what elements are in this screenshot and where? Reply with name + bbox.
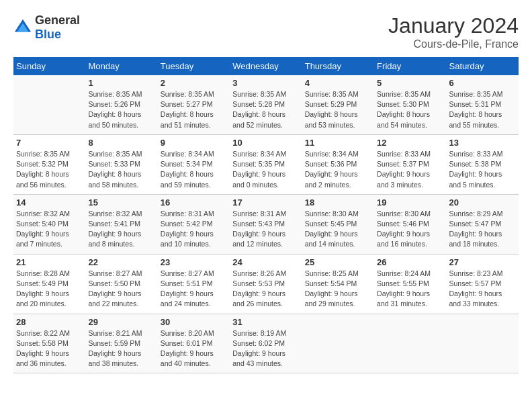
day-number: 5	[377, 78, 443, 88]
calendar-cell: 11Sunrise: 8:34 AM Sunset: 5:36 PM Dayli…	[302, 134, 374, 194]
day-info: Sunrise: 8:35 AM Sunset: 5:32 PM Dayligh…	[16, 149, 83, 190]
day-number: 16	[161, 197, 227, 208]
calendar-cell: 7Sunrise: 8:35 AM Sunset: 5:32 PM Daylig…	[13, 134, 85, 194]
day-number: 30	[161, 317, 227, 327]
logo-general: General	[35, 13, 80, 27]
calendar-cell	[447, 314, 519, 373]
calendar-week-row: 21Sunrise: 8:28 AM Sunset: 5:49 PM Dayli…	[13, 254, 519, 314]
day-info: Sunrise: 8:25 AM Sunset: 5:54 PM Dayligh…	[305, 269, 371, 310]
day-number: 2	[161, 78, 227, 88]
calendar-body: 1Sunrise: 8:35 AM Sunset: 5:26 PM Daylig…	[13, 75, 519, 373]
calendar-week-row: 28Sunrise: 8:22 AM Sunset: 5:58 PM Dayli…	[13, 314, 519, 373]
weekday-header-sunday: Sunday	[13, 57, 85, 75]
calendar-cell: 19Sunrise: 8:30 AM Sunset: 5:46 PM Dayli…	[374, 194, 446, 254]
calendar-cell: 13Sunrise: 8:33 AM Sunset: 5:38 PM Dayli…	[447, 134, 519, 194]
day-info: Sunrise: 8:22 AM Sunset: 5:58 PM Dayligh…	[16, 328, 83, 369]
day-number: 26	[377, 257, 443, 267]
calendar-cell: 4Sunrise: 8:35 AM Sunset: 5:29 PM Daylig…	[302, 75, 374, 134]
calendar-cell: 10Sunrise: 8:34 AM Sunset: 5:35 PM Dayli…	[230, 134, 302, 194]
calendar-cell: 30Sunrise: 8:20 AM Sunset: 6:01 PM Dayli…	[158, 314, 230, 373]
weekday-header-monday: Monday	[85, 57, 157, 75]
day-number: 24	[232, 257, 299, 267]
day-number: 19	[377, 197, 443, 208]
calendar-week-row: 1Sunrise: 8:35 AM Sunset: 5:26 PM Daylig…	[13, 75, 519, 134]
day-number: 31	[232, 317, 299, 327]
title-block: January 2024 Cours-de-Pile, France	[388, 13, 519, 50]
calendar-cell: 31Sunrise: 8:19 AM Sunset: 6:02 PM Dayli…	[230, 314, 302, 373]
day-info: Sunrise: 8:31 AM Sunset: 5:43 PM Dayligh…	[232, 209, 299, 250]
day-info: Sunrise: 8:35 AM Sunset: 5:28 PM Dayligh…	[232, 89, 299, 130]
calendar-header: SundayMondayTuesdayWednesdayThursdayFrid…	[13, 57, 519, 75]
day-number: 17	[232, 197, 299, 208]
weekday-header-friday: Friday	[374, 57, 446, 75]
calendar-week-row: 7Sunrise: 8:35 AM Sunset: 5:32 PM Daylig…	[13, 134, 519, 194]
calendar-cell	[302, 314, 374, 373]
weekday-header-tuesday: Tuesday	[158, 57, 230, 75]
day-info: Sunrise: 8:35 AM Sunset: 5:26 PM Dayligh…	[88, 89, 154, 130]
day-number: 29	[88, 317, 154, 327]
day-info: Sunrise: 8:35 AM Sunset: 5:31 PM Dayligh…	[449, 89, 516, 130]
day-number: 20	[449, 197, 516, 208]
day-number: 1	[88, 78, 154, 88]
calendar-title: January 2024	[388, 13, 519, 38]
logo-blue: Blue	[35, 28, 61, 41]
logo-text: General Blue	[35, 13, 80, 42]
day-info: Sunrise: 8:35 AM Sunset: 5:27 PM Dayligh…	[161, 89, 227, 130]
day-number: 15	[88, 197, 154, 208]
logo: General Blue	[13, 13, 80, 42]
day-number: 8	[88, 138, 154, 148]
day-number: 11	[305, 138, 371, 148]
calendar-cell: 18Sunrise: 8:30 AM Sunset: 5:45 PM Dayli…	[302, 194, 374, 254]
day-info: Sunrise: 8:34 AM Sunset: 5:35 PM Dayligh…	[232, 149, 299, 190]
day-info: Sunrise: 8:34 AM Sunset: 5:34 PM Dayligh…	[161, 149, 227, 190]
day-number: 18	[305, 197, 371, 208]
day-info: Sunrise: 8:35 AM Sunset: 5:30 PM Dayligh…	[377, 89, 443, 130]
day-number: 28	[16, 317, 83, 327]
calendar-cell: 1Sunrise: 8:35 AM Sunset: 5:26 PM Daylig…	[85, 75, 157, 134]
calendar-cell: 16Sunrise: 8:31 AM Sunset: 5:42 PM Dayli…	[158, 194, 230, 254]
day-number: 13	[449, 138, 516, 148]
day-info: Sunrise: 8:23 AM Sunset: 5:57 PM Dayligh…	[449, 269, 516, 310]
day-info: Sunrise: 8:27 AM Sunset: 5:50 PM Dayligh…	[88, 269, 154, 310]
day-info: Sunrise: 8:27 AM Sunset: 5:51 PM Dayligh…	[161, 269, 227, 310]
day-info: Sunrise: 8:30 AM Sunset: 5:45 PM Dayligh…	[305, 209, 371, 250]
logo-icon	[13, 18, 32, 37]
day-info: Sunrise: 8:32 AM Sunset: 5:40 PM Dayligh…	[16, 209, 83, 250]
calendar-cell: 22Sunrise: 8:27 AM Sunset: 5:50 PM Dayli…	[85, 254, 157, 314]
day-info: Sunrise: 8:24 AM Sunset: 5:55 PM Dayligh…	[377, 269, 443, 310]
day-info: Sunrise: 8:35 AM Sunset: 5:29 PM Dayligh…	[305, 89, 371, 130]
day-info: Sunrise: 8:19 AM Sunset: 6:02 PM Dayligh…	[232, 328, 299, 369]
day-info: Sunrise: 8:29 AM Sunset: 5:47 PM Dayligh…	[449, 209, 516, 250]
day-number: 10	[232, 138, 299, 148]
calendar-cell: 20Sunrise: 8:29 AM Sunset: 5:47 PM Dayli…	[447, 194, 519, 254]
day-info: Sunrise: 8:33 AM Sunset: 5:38 PM Dayligh…	[449, 149, 516, 190]
calendar-cell: 14Sunrise: 8:32 AM Sunset: 5:40 PM Dayli…	[13, 194, 85, 254]
day-number: 7	[16, 138, 83, 148]
day-info: Sunrise: 8:31 AM Sunset: 5:42 PM Dayligh…	[161, 209, 227, 250]
day-number: 25	[305, 257, 371, 267]
calendar-cell: 21Sunrise: 8:28 AM Sunset: 5:49 PM Dayli…	[13, 254, 85, 314]
calendar-cell: 9Sunrise: 8:34 AM Sunset: 5:34 PM Daylig…	[158, 134, 230, 194]
calendar-cell: 24Sunrise: 8:26 AM Sunset: 5:53 PM Dayli…	[230, 254, 302, 314]
day-number: 21	[16, 257, 83, 267]
calendar-cell: 23Sunrise: 8:27 AM Sunset: 5:51 PM Dayli…	[158, 254, 230, 314]
day-info: Sunrise: 8:34 AM Sunset: 5:36 PM Dayligh…	[305, 149, 371, 190]
day-info: Sunrise: 8:33 AM Sunset: 5:37 PM Dayligh…	[377, 149, 443, 190]
weekday-header-thursday: Thursday	[302, 57, 374, 75]
weekday-header-row: SundayMondayTuesdayWednesdayThursdayFrid…	[13, 57, 519, 75]
calendar-cell: 26Sunrise: 8:24 AM Sunset: 5:55 PM Dayli…	[374, 254, 446, 314]
calendar-cell: 27Sunrise: 8:23 AM Sunset: 5:57 PM Dayli…	[447, 254, 519, 314]
day-number: 22	[88, 257, 154, 267]
page-header: General Blue January 2024 Cours-de-Pile,…	[13, 13, 519, 50]
day-info: Sunrise: 8:32 AM Sunset: 5:41 PM Dayligh…	[88, 209, 154, 250]
calendar-cell: 25Sunrise: 8:25 AM Sunset: 5:54 PM Dayli…	[302, 254, 374, 314]
calendar-cell	[13, 75, 85, 134]
day-number: 4	[305, 78, 371, 88]
calendar-cell: 17Sunrise: 8:31 AM Sunset: 5:43 PM Dayli…	[230, 194, 302, 254]
day-info: Sunrise: 8:30 AM Sunset: 5:46 PM Dayligh…	[377, 209, 443, 250]
weekday-header-saturday: Saturday	[447, 57, 519, 75]
calendar-cell: 15Sunrise: 8:32 AM Sunset: 5:41 PM Dayli…	[85, 194, 157, 254]
day-info: Sunrise: 8:35 AM Sunset: 5:33 PM Dayligh…	[88, 149, 154, 190]
calendar-cell: 12Sunrise: 8:33 AM Sunset: 5:37 PM Dayli…	[374, 134, 446, 194]
calendar-table: SundayMondayTuesdayWednesdayThursdayFrid…	[13, 57, 519, 373]
